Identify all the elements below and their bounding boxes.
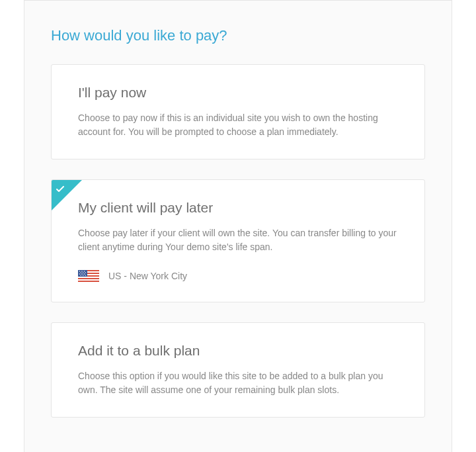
svg-point-10: [81, 272, 81, 273]
option-title: Add it to a bulk plan: [78, 343, 398, 359]
selected-badge: [52, 180, 82, 210]
us-flag-icon: [78, 270, 99, 282]
payment-panel: How would you like to pay? I'll pay now …: [24, 0, 452, 452]
option-pay-now[interactable]: I'll pay now Choose to pay now if this i…: [51, 64, 425, 159]
svg-point-15: [84, 273, 85, 274]
option-bulk-plan[interactable]: Add it to a bulk plan Choose this option…: [51, 322, 425, 418]
svg-point-14: [81, 273, 82, 274]
location-row: US - New York City: [78, 270, 398, 282]
svg-point-12: [85, 272, 86, 273]
svg-point-18: [85, 275, 86, 275]
svg-point-13: [79, 273, 80, 274]
payment-content: How would you like to pay? I'll pay now …: [24, 1, 452, 452]
svg-point-7: [79, 271, 80, 271]
svg-point-16: [81, 275, 81, 275]
option-pay-later[interactable]: My client will pay later Choose pay late…: [51, 179, 425, 302]
page-title: How would you like to pay?: [51, 27, 425, 44]
svg-rect-5: [78, 281, 99, 282]
option-description: Choose this option if you would like thi…: [78, 369, 398, 397]
svg-point-17: [83, 275, 83, 275]
svg-point-11: [83, 272, 83, 273]
option-title: I'll pay now: [78, 85, 398, 101]
location-text: US - New York City: [108, 271, 187, 281]
svg-point-9: [84, 271, 85, 271]
option-description: Choose to pay now if this is an individu…: [78, 111, 398, 139]
option-title: My client will pay later: [78, 200, 398, 216]
check-icon: [56, 185, 64, 194]
option-description: Choose pay later if your client will own…: [78, 226, 398, 254]
svg-point-8: [81, 271, 82, 271]
svg-rect-4: [78, 278, 99, 279]
